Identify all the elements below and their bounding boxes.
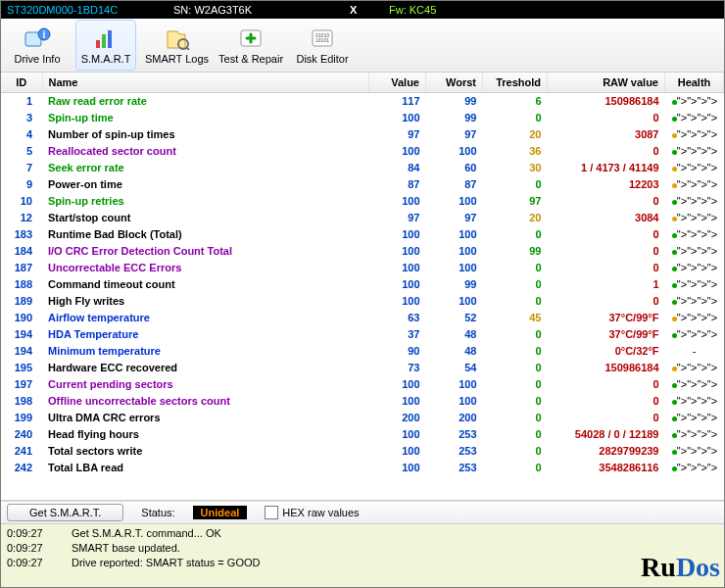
cell-threshold: 0 (483, 110, 548, 126)
table-row[interactable]: 12Start/stop count9797203084">">">"> (1, 210, 724, 226)
cell-name: Seek error rate (42, 160, 369, 176)
cell-worst: 100 (426, 143, 483, 160)
table-row[interactable]: 189High Fly writes10010000">">">"> (1, 293, 724, 310)
cell-worst: 48 (426, 343, 483, 360)
cell-health: ">">">"> (665, 176, 724, 193)
cell-id: 9 (1, 176, 42, 193)
col-raw[interactable]: RAW value (548, 73, 665, 93)
toolbar-label: SMART Logs (145, 53, 209, 65)
cell-name: Runtime Bad Block (Total) (42, 226, 369, 243)
cell-id: 197 (1, 376, 42, 393)
cell-id: 198 (1, 393, 42, 410)
cell-name: Ultra DMA CRC errors (42, 410, 369, 426)
toolbar-label: Disk Editor (296, 53, 348, 65)
toolbar-drive-info[interactable]: iDrive Info (7, 20, 68, 71)
table-row[interactable]: 4Number of spin-up times9797203087">">">… (1, 126, 724, 143)
log-message: SMART base updated. (72, 541, 180, 556)
cell-raw: 0 (548, 293, 665, 310)
log-timestamp: 0:09:27 (7, 541, 54, 556)
table-row[interactable]: 183Runtime Bad Block (Total)10010000">">… (1, 226, 724, 243)
table-row[interactable]: 241Total sectors write10025302829799239"… (1, 443, 724, 460)
table-row[interactable]: 190Airflow temperature63524537°C/99°F">"… (1, 310, 724, 326)
svg-rect-3 (96, 40, 100, 48)
col-threshold[interactable]: Treshold (483, 73, 548, 93)
cell-health: ">">">"> (665, 93, 724, 111)
cell-id: 242 (1, 460, 42, 476)
toolbar-disk-editor[interactable]: 0101010101Disk Editor (292, 20, 353, 71)
toolbar-test-repair[interactable]: Test & Repair (218, 20, 284, 71)
table-row[interactable]: 194HDA Temperature3748037°C/99°F">">">"> (1, 326, 724, 343)
toolbar-smart-logs[interactable]: SMART Logs (144, 20, 210, 71)
cell-id: 5 (1, 143, 42, 160)
table-row[interactable]: 187Uncorrectable ECC Errors10010000">">"… (1, 260, 724, 276)
cell-threshold: 20 (483, 126, 548, 143)
cell-worst: 200 (426, 410, 483, 426)
cell-id: 1 (1, 93, 42, 111)
cell-worst: 100 (426, 193, 483, 210)
cell-threshold: 30 (483, 160, 548, 176)
table-row[interactable]: 1Raw read error rate117996150986184">">"… (1, 93, 724, 111)
col-health[interactable]: Health (665, 73, 724, 93)
table-row[interactable]: 9Power-on time8787012203">">">"> (1, 176, 724, 193)
col-name[interactable]: Name (42, 73, 369, 93)
cell-worst: 100 (426, 376, 483, 393)
table-row[interactable]: 3Spin-up time1009900">">">"> (1, 110, 724, 126)
cell-id: 190 (1, 310, 42, 326)
close-icon[interactable]: X (350, 4, 389, 16)
col-worst[interactable]: Worst (426, 73, 483, 93)
cell-worst: 253 (426, 443, 483, 460)
cell-raw: 37°C/99°F (548, 326, 665, 343)
table-row[interactable]: 198Offline uncorrectable sectors count10… (1, 393, 724, 410)
cell-raw: 54028 / 0 / 12189 (548, 426, 665, 443)
col-value[interactable]: Value (369, 73, 426, 93)
cell-raw: 0 (548, 376, 665, 393)
cell-name: Uncorrectable ECC Errors (42, 260, 369, 276)
cell-raw: 0 (548, 410, 665, 426)
cell-threshold: 0 (483, 393, 548, 410)
cell-threshold: 97 (483, 193, 548, 210)
table-row[interactable]: 5Reallocated sector count100100360">">">… (1, 143, 724, 160)
smart-table-scroll[interactable]: ID Name Value Worst Treshold RAW value H… (1, 73, 724, 501)
cell-worst: 99 (426, 276, 483, 293)
hex-raw-checkbox[interactable]: HEX raw values (265, 506, 359, 519)
toolbar-smart[interactable]: S.M.A.R.T (75, 20, 136, 71)
get-smart-button[interactable]: Get S.M.A.R.T. (7, 504, 123, 521)
main-toolbar: iDrive InfoS.M.A.R.TSMART LogsTest & Rep… (1, 19, 724, 73)
cell-threshold: 45 (483, 310, 548, 326)
cell-health: ">">">"> (665, 293, 724, 310)
cell-raw: 2829799239 (548, 443, 665, 460)
table-row[interactable]: 10Spin-up retries100100970">">">"> (1, 193, 724, 210)
col-id[interactable]: ID (1, 73, 42, 93)
cell-worst: 253 (426, 426, 483, 443)
cell-id: 7 (1, 160, 42, 176)
cell-name: Current pending sectors (42, 376, 369, 393)
table-header-row: ID Name Value Worst Treshold RAW value H… (1, 73, 724, 93)
toolbar-label: S.M.A.R.T (81, 53, 131, 65)
table-row[interactable]: 184I/O CRC Error Detection Count Total10… (1, 243, 724, 260)
cell-id: 240 (1, 426, 42, 443)
table-row[interactable]: 7Seek error rate8460301 / 4173 / 41149">… (1, 160, 724, 176)
cell-threshold: 0 (483, 360, 548, 376)
cell-id: 195 (1, 360, 42, 376)
table-row[interactable]: 195Hardware ECC recovered73540150986184"… (1, 360, 724, 376)
table-row[interactable]: 194Minimum temperature904800°C/32°F- (1, 343, 724, 360)
table-row[interactable]: 188Command timeout count1009901">">">"> (1, 276, 724, 293)
cell-value: 100 (369, 460, 426, 476)
table-row[interactable]: 199Ultra DMA CRC errors20020000">">">"> (1, 410, 724, 426)
log-panel[interactable]: 0:09:27Get S.M.A.R.T. command... OK0:09:… (1, 524, 724, 587)
cell-id: 189 (1, 293, 42, 310)
log-row: 0:09:27SMART base updated. (7, 541, 718, 556)
cell-name: Offline uncorrectable sectors count (42, 393, 369, 410)
cell-health: ">">">"> (665, 376, 724, 393)
table-row[interactable]: 242Total LBA read10025303548286116">">">… (1, 460, 724, 476)
table-row[interactable]: 240Head flying hours100253054028 / 0 / 1… (1, 426, 724, 443)
smart-icon (91, 25, 121, 51)
cell-raw: 150986184 (548, 93, 665, 111)
table-row[interactable]: 197Current pending sectors10010000">">">… (1, 376, 724, 393)
cell-value: 100 (369, 243, 426, 260)
cell-raw: 0 (548, 243, 665, 260)
cell-health: - (665, 343, 724, 360)
cell-raw: 0 (548, 393, 665, 410)
log-timestamp: 0:09:27 (7, 556, 54, 570)
cell-threshold: 99 (483, 243, 548, 260)
